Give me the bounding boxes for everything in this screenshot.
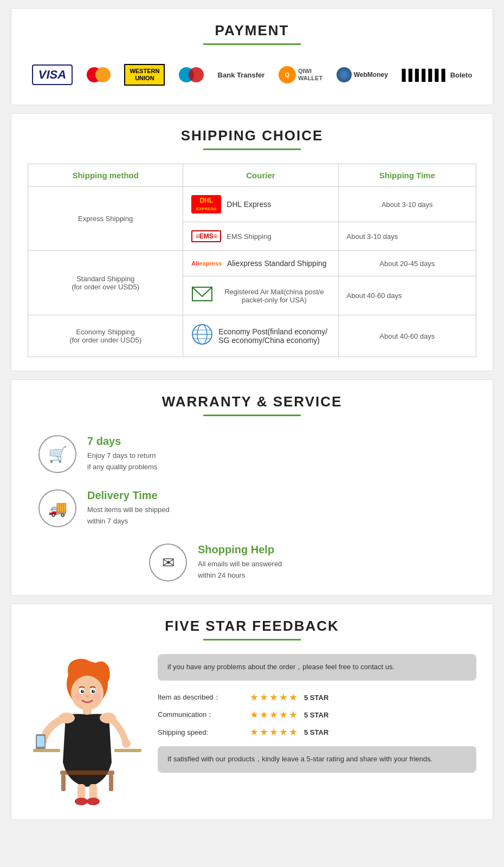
mastercard-logo	[87, 67, 111, 82]
warranty-text-delivery: Most items will be shippedwithin 7 days	[87, 504, 170, 527]
shipping-section: SHIPPING CHOICE Shipping method Courier …	[11, 113, 493, 371]
courier-aliexpress: Aliexpress Aliexpress Standard Shipping	[183, 251, 338, 276]
time-airmail: About 40-60 days	[338, 276, 476, 315]
warranty-grid: 🛒 7 days Enjoy 7 days to returnif any qu…	[28, 430, 476, 533]
table-row: Economy Shipping(for order under USD5)	[28, 315, 476, 357]
svg-rect-31	[33, 749, 60, 752]
email-icon: ✉	[149, 544, 187, 581]
shipping-title: SHIPPING CHOICE	[28, 127, 476, 144]
time-economy: About 40-60 days	[338, 315, 476, 357]
feedback-section: FIVE STAR FEEDBACK	[11, 604, 493, 820]
svg-rect-28	[60, 771, 114, 775]
warranty-item-delivery: 🚚 Delivery Time Most items will be shipp…	[38, 489, 244, 527]
svg-point-27	[87, 798, 100, 805]
stars-communication: ★★★★★	[250, 709, 299, 721]
time-ems: About 3-10 days	[338, 222, 476, 251]
score-described: 5 STAR	[304, 694, 328, 702]
time-dhl: About 3-10 days	[338, 187, 476, 222]
stars-shipping: ★★★★★	[250, 726, 299, 738]
feedback-text-content: if you have any problems about the order…	[158, 654, 476, 773]
time-aliexpress: About 20-45 days	[338, 251, 476, 276]
mc-orange-circle	[95, 67, 111, 82]
method-standard: Standard Shipping(for order over USD5)	[28, 251, 183, 315]
col-header-method: Shipping method	[28, 164, 183, 187]
webmoney-logo: WebMoney	[337, 67, 388, 82]
maestro-logo	[179, 67, 204, 82]
warranty-item-help: ✉ Shopping Help All emails will be answe…	[149, 544, 355, 581]
method-economy: Economy Shipping(for order under USD5)	[28, 315, 183, 357]
svg-point-26	[75, 798, 88, 805]
warranty-heading-delivery: Delivery Time	[87, 489, 170, 502]
western-union-logo: WESTERNUNION	[124, 64, 165, 86]
feedback-bubble-top: if you have any problems about the order…	[158, 654, 476, 681]
qiwi-logo: Q QIWIWALLET	[279, 66, 322, 83]
svg-rect-29	[61, 775, 66, 791]
maestro-red-circle	[189, 67, 204, 82]
courier-dhl: DHLEXPRESS DHL Express	[183, 187, 338, 222]
stars-described: ★★★★★	[250, 691, 299, 703]
payment-logos: VISA WESTERNUNION Bank Transfer Q QIWIWA…	[28, 59, 476, 91]
warranty-text-days: Enjoy 7 days to returnif any quality pro…	[87, 450, 157, 473]
truck-icon: 🚚	[38, 489, 76, 527]
feedback-title: FIVE STAR FEEDBACK	[28, 618, 476, 635]
warranty-help-row: ✉ Shopping Help All emails will be answe…	[28, 544, 476, 581]
shipping-underline	[203, 148, 301, 150]
svg-point-11	[92, 690, 95, 693]
courier-airmail: Registered Air Mail(china post/e packet-…	[183, 276, 338, 315]
svg-point-15	[74, 693, 82, 701]
rating-row-communication: Communication： ★★★★★ 5 STAR	[158, 709, 476, 721]
boleto-logo: ▌▌▌▌▌▌▌ Boleto	[402, 69, 472, 81]
col-header-courier: Courier	[183, 164, 338, 187]
visa-logo: VISA	[32, 64, 73, 85]
rating-row-described: Item as described： ★★★★★ 5 STAR	[158, 691, 476, 703]
feedback-bubble-bottom: If satisfied with our products，kindly le…	[158, 746, 476, 773]
svg-point-23	[122, 739, 131, 748]
warranty-section: WARRANTY & SERVICE 🛒 7 days Enjoy 7 days…	[11, 379, 493, 596]
table-row: Express Shipping DHLEXPRESS DHL Express …	[28, 187, 476, 222]
svg-point-13	[93, 690, 94, 691]
svg-rect-30	[109, 775, 113, 791]
svg-point-7	[71, 676, 104, 710]
feedback-content-area: if you have any problems about the order…	[28, 654, 476, 806]
table-row: Standard Shipping(for order over USD5) A…	[28, 251, 476, 276]
courier-ems: ≡EMS≡ EMS Shipping	[183, 222, 338, 251]
feedback-underline	[203, 639, 301, 640]
svg-rect-22	[37, 736, 44, 747]
payment-section: PAYMENT VISA WESTERNUNION Bank Transfer …	[11, 8, 493, 105]
svg-point-10	[81, 690, 84, 693]
score-communication: 5 STAR	[304, 711, 328, 719]
svg-rect-32	[114, 749, 141, 752]
rating-label-described: Item as described：	[158, 693, 244, 702]
bank-transfer-logo: Bank Transfer	[218, 71, 265, 79]
feedback-character	[28, 654, 147, 806]
rating-row-shipping: Shipping speed: ★★★★★ 5 STAR	[158, 726, 476, 738]
shipping-table: Shipping method Courier Shipping Time Ex…	[28, 164, 476, 357]
svg-point-14	[86, 695, 89, 697]
warranty-item-return: 🛒 7 days Enjoy 7 days to returnif any qu…	[38, 435, 244, 473]
payment-title: PAYMENT	[28, 22, 476, 39]
col-header-time: Shipping Time	[338, 164, 476, 187]
method-express: Express Shipping	[28, 187, 183, 251]
warranty-underline	[203, 415, 301, 416]
warranty-heading-days: 7 days	[87, 435, 157, 448]
courier-un: Economy Post(finland economy/ SG economy…	[183, 315, 338, 357]
warranty-title: WARRANTY & SERVICE	[28, 393, 476, 410]
payment-underline	[203, 43, 301, 45]
cart-icon: 🛒	[38, 435, 76, 473]
warranty-text-help: All emails will be answeredwithin 24 hou…	[198, 559, 282, 581]
rating-label-communication: Communication：	[158, 710, 244, 720]
warranty-heading-help: Shopping Help	[198, 544, 282, 556]
svg-point-16	[93, 693, 100, 701]
rating-label-shipping: Shipping speed:	[158, 728, 244, 736]
score-shipping: 5 STAR	[304, 728, 328, 736]
svg-point-12	[82, 690, 83, 691]
